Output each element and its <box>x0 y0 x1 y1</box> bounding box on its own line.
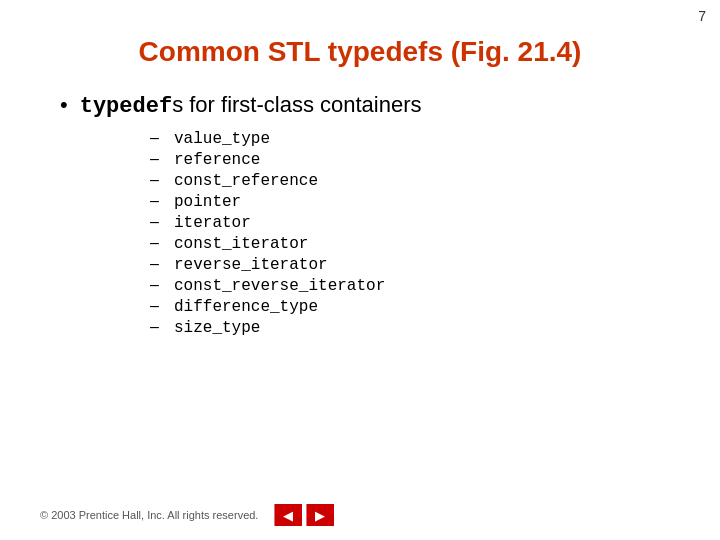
list-item: –reverse_iterator <box>150 255 680 274</box>
dash-icon: – <box>150 255 164 273</box>
list-item-text: difference_type <box>174 298 318 316</box>
list-item: –const_reference <box>150 171 680 190</box>
prev-button[interactable]: ◀ <box>274 504 302 526</box>
next-arrow-icon: ▶ <box>315 509 325 522</box>
list-item: –iterator <box>150 213 680 232</box>
list-item-text: pointer <box>174 193 241 211</box>
dash-icon: – <box>150 234 164 252</box>
slide-number: 7 <box>698 8 706 24</box>
list-item: –reference <box>150 150 680 169</box>
sub-items-list: –value_type–reference–const_reference–po… <box>150 129 680 337</box>
list-item-text: reference <box>174 151 260 169</box>
dash-icon: – <box>150 171 164 189</box>
list-item: –difference_type <box>150 297 680 316</box>
dash-icon: – <box>150 318 164 336</box>
dash-icon: – <box>150 192 164 210</box>
list-item: –const_reverse_iterator <box>150 276 680 295</box>
list-item-text: const_iterator <box>174 235 308 253</box>
nav-buttons[interactable]: ◀ ▶ <box>274 504 334 526</box>
list-item: –size_type <box>150 318 680 337</box>
copyright-text: © 2003 Prentice Hall, Inc. All rights re… <box>40 509 258 521</box>
typedef-suffix-text: s for first-class containers <box>172 92 421 117</box>
slide-title: Common STL typedefs (Fig. 21.4) <box>0 36 720 68</box>
main-bullet: • typedefs for first-class containers <box>60 92 680 119</box>
typedef-bold-text: typedef <box>80 94 172 119</box>
bullet-text: typedefs for first-class containers <box>80 92 422 119</box>
dash-icon: – <box>150 213 164 231</box>
list-item-text: const_reference <box>174 172 318 190</box>
dash-icon: – <box>150 129 164 147</box>
list-item-text: const_reverse_iterator <box>174 277 385 295</box>
prev-arrow-icon: ◀ <box>283 509 293 522</box>
footer: © 2003 Prentice Hall, Inc. All rights re… <box>0 504 720 526</box>
bullet-section: • typedefs for first-class containers –v… <box>60 92 680 337</box>
list-item-text: value_type <box>174 130 270 148</box>
dash-icon: – <box>150 276 164 294</box>
next-button[interactable]: ▶ <box>306 504 334 526</box>
dash-icon: – <box>150 297 164 315</box>
list-item-text: reverse_iterator <box>174 256 328 274</box>
bullet-dot: • <box>60 92 68 118</box>
list-item-text: size_type <box>174 319 260 337</box>
dash-icon: – <box>150 150 164 168</box>
list-item: –value_type <box>150 129 680 148</box>
list-item: –pointer <box>150 192 680 211</box>
list-item: –const_iterator <box>150 234 680 253</box>
list-item-text: iterator <box>174 214 251 232</box>
